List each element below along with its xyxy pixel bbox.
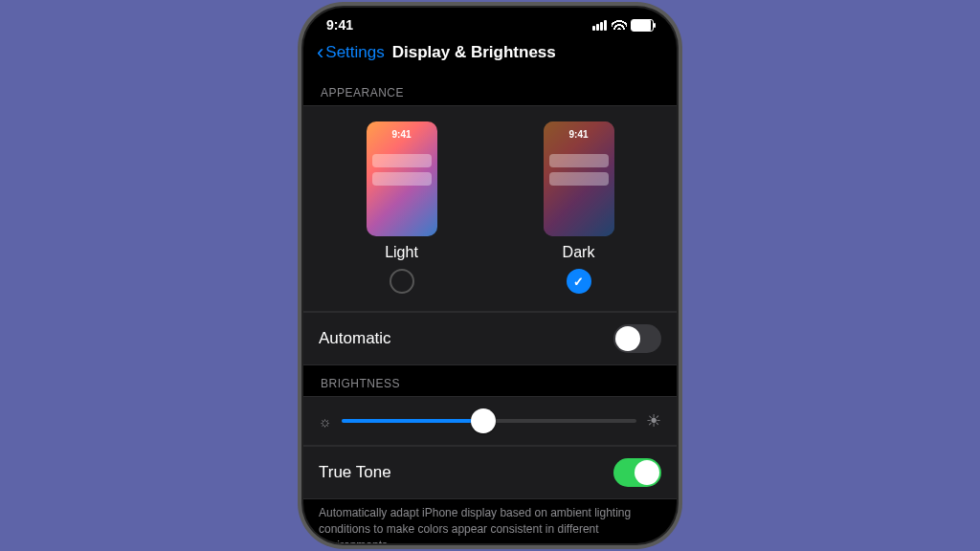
back-button[interactable]: ‹ Settings <box>317 40 385 65</box>
light-radio[interactable] <box>390 269 414 294</box>
automatic-toggle[interactable] <box>613 324 661 353</box>
sun-max-icon: ☀ <box>646 410 661 431</box>
battery-icon <box>631 19 654 32</box>
true-tone-row: True Tone <box>303 446 677 499</box>
true-tone-label: True Tone <box>319 463 391 482</box>
notch <box>409 8 571 36</box>
brightness-slider-row: ☼ ☀ <box>303 396 677 446</box>
appearance-option-dark[interactable]: 9:41 Dark ✓ <box>544 121 614 294</box>
signal-icon <box>592 20 607 31</box>
automatic-label: Automatic <box>319 329 391 348</box>
nav-bar: ‹ Settings Display & Brightness <box>303 36 677 75</box>
true-tone-toggle[interactable] <box>613 458 661 487</box>
dark-label: Dark <box>563 244 595 261</box>
appearance-header: APPEARANCE <box>303 75 677 105</box>
status-time: 9:41 <box>326 17 353 33</box>
brightness-slider[interactable] <box>342 419 636 423</box>
back-label: Settings <box>325 43 384 62</box>
light-label: Light <box>385 244 418 261</box>
appearance-option-light[interactable]: 9:41 Light <box>367 121 437 294</box>
page-title: Display & Brightness <box>392 43 556 62</box>
light-thumb-time: 9:41 <box>367 129 437 140</box>
chevron-left-icon: ‹ <box>317 40 323 65</box>
true-tone-footer: Automatically adapt iPhone display based… <box>303 499 677 543</box>
sun-min-icon: ☼ <box>319 413 332 430</box>
light-thumbnail: 9:41 <box>367 121 437 236</box>
phone-frame: 9:41 ‹ Settings Display & Brightness APP… <box>303 8 677 543</box>
brightness-fill <box>342 419 483 423</box>
wifi-icon <box>612 17 627 33</box>
brightness-knob[interactable] <box>471 408 496 433</box>
dark-thumb-time: 9:41 <box>544 129 614 140</box>
dark-radio[interactable]: ✓ <box>567 269 591 294</box>
dark-thumbnail: 9:41 <box>544 121 614 236</box>
automatic-row: Automatic <box>303 312 677 365</box>
brightness-header: BRIGHTNESS <box>303 365 677 396</box>
appearance-cell: 9:41 Light 9:41 Dark ✓ <box>303 105 677 312</box>
